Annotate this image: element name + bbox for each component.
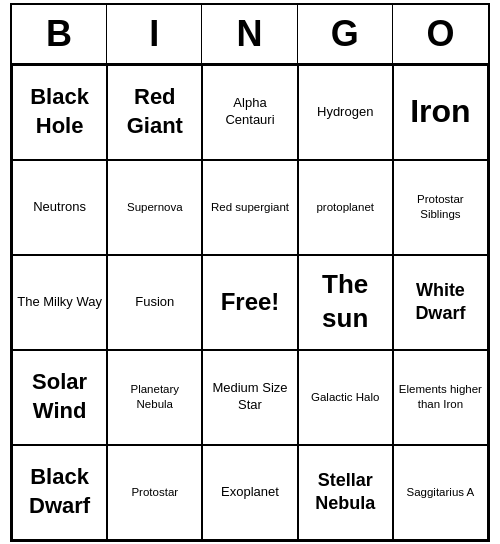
bingo-cell-7[interactable]: Red supergiant [202,160,297,255]
bingo-cell-13[interactable]: The sun [298,255,393,350]
bingo-cell-17[interactable]: Medium Size Star [202,350,297,445]
bingo-cell-22[interactable]: Exoplanet [202,445,297,540]
bingo-cell-23[interactable]: Stellar Nebula [298,445,393,540]
header-g: G [298,5,393,63]
bingo-cell-16[interactable]: Planetary Nebula [107,350,202,445]
header-b: B [12,5,107,63]
bingo-cell-4[interactable]: Iron [393,65,488,160]
bingo-cell-6[interactable]: Supernova [107,160,202,255]
bingo-cell-18[interactable]: Galactic Halo [298,350,393,445]
header-n: N [202,5,297,63]
bingo-cell-1[interactable]: Red Giant [107,65,202,160]
bingo-cell-21[interactable]: Protostar [107,445,202,540]
header-i: I [107,5,202,63]
bingo-cell-19[interactable]: Elements higher than Iron [393,350,488,445]
bingo-card: B I N G O Black HoleRed GiantAlpha Centa… [10,3,490,542]
bingo-cell-5[interactable]: Neutrons [12,160,107,255]
bingo-cell-8[interactable]: protoplanet [298,160,393,255]
bingo-cell-9[interactable]: Protostar Siblings [393,160,488,255]
bingo-cell-20[interactable]: Black Dwarf [12,445,107,540]
bingo-cell-11[interactable]: Fusion [107,255,202,350]
bingo-cell-14[interactable]: White Dwarf [393,255,488,350]
bingo-cell-2[interactable]: Alpha Centauri [202,65,297,160]
bingo-cell-3[interactable]: Hydrogen [298,65,393,160]
bingo-cell-15[interactable]: Solar Wind [12,350,107,445]
bingo-grid: Black HoleRed GiantAlpha CentauriHydroge… [12,65,488,540]
bingo-cell-10[interactable]: The Milky Way [12,255,107,350]
bingo-cell-0[interactable]: Black Hole [12,65,107,160]
header-o: O [393,5,488,63]
bingo-header: B I N G O [12,5,488,65]
bingo-cell-24[interactable]: Saggitarius A [393,445,488,540]
bingo-cell-12[interactable]: Free! [202,255,297,350]
